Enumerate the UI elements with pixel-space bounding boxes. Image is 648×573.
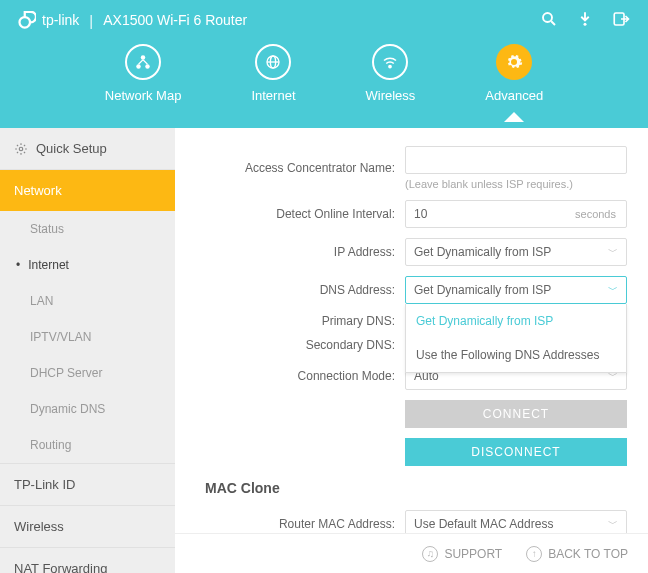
dns-option-manual[interactable]: Use the Following DNS Addresses [406,338,626,372]
footer-bar: ♫ SUPPORT ↑ BACK TO TOP [175,533,648,573]
update-icon[interactable] [576,10,594,31]
sidebar-item-nat[interactable]: NAT Forwarding [0,547,175,573]
svg-line-2 [551,21,555,25]
svg-point-12 [19,147,23,151]
tab-label: Network Map [105,88,182,103]
sidebar-sub-lan[interactable]: LAN [0,283,175,319]
support-label: SUPPORT [444,547,502,561]
chevron-down-icon: ﹀ [608,245,618,259]
disconnect-button[interactable]: DISCONNECT [405,438,627,466]
acn-label: Access Concentrator Name: [185,161,405,175]
svg-point-3 [584,22,587,25]
wifi-icon [372,44,408,80]
chevron-down-icon: ﹀ [608,517,618,531]
dns-address-value: Get Dynamically from ISP [414,283,551,297]
sidebar-sub-ddns[interactable]: Dynamic DNS [0,391,175,427]
arrow-up-icon: ↑ [526,546,542,562]
network-map-icon [125,44,161,80]
brand-separator: | [89,12,93,29]
router-mac-value: Use Default MAC Address [414,517,553,531]
sidebar-item-tplink-id[interactable]: TP-Link ID [0,463,175,505]
detect-interval-unit: seconds [575,208,616,220]
svg-point-6 [136,64,141,69]
tab-network-map[interactable]: Network Map [105,44,182,103]
acn-hint: (Leave blank unless ISP requires.) [405,178,638,190]
primary-dns-label: Primary DNS: [185,314,405,328]
tab-label: Internet [251,88,295,103]
brand-bar: tp-link | AX1500 Wi-Fi 6 Router [0,0,648,40]
top-nav: Network Map Internet Wireless Advanced [0,44,648,103]
secondary-dns-label: Secondary DNS: [185,338,405,352]
connect-button[interactable]: CONNECT [405,400,627,428]
sidebar-label: Quick Setup [36,141,107,156]
acn-input[interactable] [405,146,627,174]
sidebar-item-quick-setup[interactable]: Quick Setup [0,128,175,170]
sidebar-sub-status[interactable]: Status [0,211,175,247]
sidebar-item-wireless[interactable]: Wireless [0,505,175,547]
ip-address-select[interactable]: Get Dynamically from ISP ﹀ [405,238,627,266]
tab-wireless[interactable]: Wireless [366,44,416,103]
svg-point-0 [20,17,31,28]
tplink-logo-icon [18,11,36,29]
tab-label: Advanced [485,88,543,103]
detect-interval-input[interactable]: 10 seconds [405,200,627,228]
dns-option-dynamic[interactable]: Get Dynamically from ISP [406,304,626,338]
ip-address-label: IP Address: [185,245,405,259]
connection-mode-label: Connection Mode: [185,369,405,383]
detect-interval-label: Detect Online Interval: [185,207,405,221]
globe-icon [255,44,291,80]
mac-clone-heading: MAC Clone [205,480,638,496]
tab-label: Wireless [366,88,416,103]
sidebar-sub-dhcp[interactable]: DHCP Server [0,355,175,391]
search-icon[interactable] [540,10,558,31]
support-button[interactable]: ♫ SUPPORT [422,546,502,562]
dns-address-label: DNS Address: [185,283,405,297]
svg-point-1 [543,13,552,22]
svg-point-5 [141,55,146,60]
chevron-down-icon: ﹀ [608,283,618,297]
logout-icon[interactable] [612,10,630,31]
dns-dropdown: Get Dynamically from ISP Use the Followi… [405,304,627,373]
gear-icon [496,44,532,80]
sidebar-item-network[interactable]: Network [0,170,175,211]
header-actions [540,10,630,31]
brand-logo: tp-link [18,11,79,29]
back-to-top-label: BACK TO TOP [548,547,628,561]
product-name: AX1500 Wi-Fi 6 Router [103,12,247,28]
app-header: tp-link | AX1500 Wi-Fi 6 Router Network … [0,0,648,128]
sidebar-label: Network [14,183,62,198]
gear-icon [14,142,28,156]
back-to-top-button[interactable]: ↑ BACK TO TOP [526,546,628,562]
brand-name: tp-link [42,12,79,28]
router-mac-label: Router MAC Address: [185,517,405,531]
sidebar-sub-iptv[interactable]: IPTV/VLAN [0,319,175,355]
sidebar-sub-routing[interactable]: Routing [0,427,175,463]
tab-internet[interactable]: Internet [251,44,295,103]
svg-point-11 [389,65,391,67]
ip-address-value: Get Dynamically from ISP [414,245,551,259]
main-panel: Access Concentrator Name: (Leave blank u… [175,128,648,573]
headset-icon: ♫ [422,546,438,562]
dns-address-select[interactable]: Get Dynamically from ISP ﹀ [405,276,627,304]
svg-point-7 [145,64,150,69]
sidebar: Quick Setup Network Status Internet LAN … [0,128,175,573]
body-container: Quick Setup Network Status Internet LAN … [0,128,648,573]
detect-interval-value: 10 [414,207,427,221]
tab-advanced[interactable]: Advanced [485,44,543,103]
sidebar-sub-internet[interactable]: Internet [0,247,175,283]
